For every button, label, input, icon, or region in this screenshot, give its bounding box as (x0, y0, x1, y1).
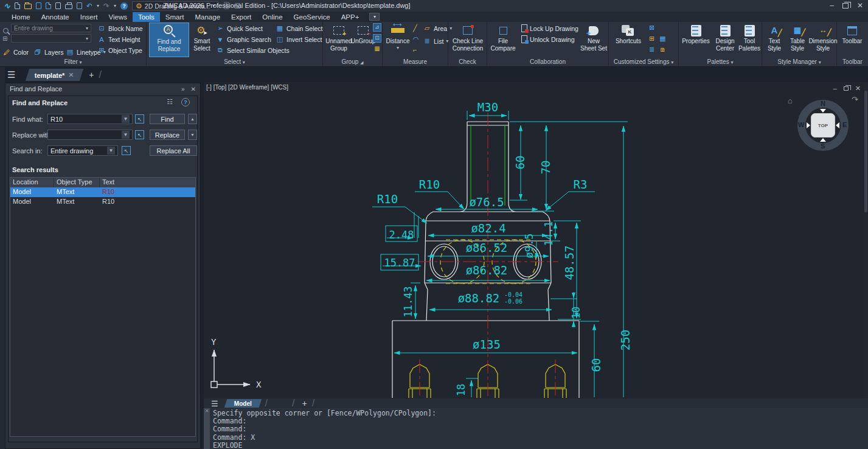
chevron-down-icon[interactable]: ▼ (122, 115, 130, 123)
table-style-button[interactable]: ▦ Table Style (786, 23, 808, 57)
new-sheet-set-button[interactable]: New Sheet Set (580, 23, 608, 57)
replace-all-button[interactable]: Replace All (150, 145, 197, 156)
help-icon[interactable]: ? (120, 2, 128, 10)
tab-online[interactable]: Online (257, 12, 288, 22)
filter-value-combo[interactable]: ▾ (11, 34, 91, 43)
model-tab[interactable]: Model (224, 399, 261, 408)
next-result-button[interactable]: ▼ (188, 130, 197, 140)
smart-select-button[interactable]: ⚙➤ Smart Select (190, 23, 214, 57)
vertical-scrollbar[interactable] (864, 82, 868, 399)
batch-settings-icon[interactable]: ☷ (167, 98, 173, 106)
check-line-connection-button[interactable]: Check Line Connection (450, 23, 486, 57)
tab-geoservice[interactable]: GeoService (288, 12, 336, 22)
table-settings-icon[interactable]: ≣ (648, 46, 656, 54)
help-circle-icon[interactable]: ? (181, 98, 190, 106)
save-as-icon[interactable] (46, 2, 51, 9)
group-edit-icon[interactable]: ⊿ (373, 23, 381, 32)
panel-label-measure[interactable]: Measure (383, 58, 448, 66)
chevron-down-icon[interactable]: ▼ (122, 131, 130, 139)
filter-color-button[interactable]: 🖉Color (2, 47, 29, 57)
palette-close-icon[interactable]: ✕ (191, 86, 196, 92)
tab-app-plus[interactable]: APP+ (336, 12, 365, 22)
toolbar-button[interactable]: Toolbar (838, 23, 866, 57)
cube-arrow-north[interactable] (820, 109, 826, 113)
unnamed-group-button[interactable]: Unnamed Group (324, 23, 353, 57)
distance-button[interactable]: Distance▾ (384, 23, 412, 57)
previous-result-button[interactable]: ▲ (188, 114, 197, 124)
cube-arrow-south[interactable] (820, 138, 826, 142)
group-select-toggle-icon[interactable]: ⊡ (373, 34, 381, 43)
barcode-icon[interactable] (659, 24, 667, 32)
panel-label-palettes[interactable]: Palettes ▾ (679, 58, 762, 66)
doc-close-icon[interactable]: ✕ (855, 85, 861, 92)
panel-label-filter[interactable]: Filter ▾ (0, 58, 146, 66)
pick-replace-object-icon[interactable]: ↖ (135, 130, 144, 139)
invert-select-button[interactable]: ◫Invert Select (276, 35, 322, 44)
new-file-icon[interactable] (15, 2, 20, 9)
cube-arrow-west[interactable] (807, 122, 810, 128)
replace-with-combo[interactable]: ▼ (47, 130, 133, 140)
view-cube-east[interactable]: E (842, 121, 847, 128)
result-row[interactable]: Model MText R10 (10, 197, 195, 207)
tab-annotate[interactable]: Annotate (36, 12, 75, 22)
rotate-view-icon[interactable]: ↷ (852, 95, 858, 104)
search-results-table[interactable]: Location Object Type Text Model MText R1… (10, 177, 196, 437)
tab-close-icon[interactable]: ✕ (69, 71, 74, 79)
replace-button[interactable]: Replace (150, 130, 185, 140)
command-close-icon[interactable]: ✕ (205, 408, 209, 414)
properties-button[interactable]: Properties (680, 23, 712, 57)
pick-find-object-icon[interactable]: ↖ (135, 114, 144, 124)
tab-views[interactable]: Views (103, 12, 133, 22)
save-icon[interactable] (36, 2, 41, 9)
filter-object-type-button[interactable]: ⊞Object Type (97, 46, 142, 55)
command-history[interactable]: Specify opposite corner or [Fence/WPolyg… (213, 409, 436, 449)
command-gutter[interactable]: ✕ (204, 408, 210, 449)
panel-label-style-manager[interactable]: Style Manager ▾ (762, 58, 836, 66)
viewport-controls-label[interactable]: [-] [Top] [2D Wireframe] [WCS] (206, 84, 288, 91)
view-cube-top-face[interactable]: TOP (811, 113, 835, 137)
chain-select-button[interactable]: ▦Chain Select (276, 24, 323, 33)
tab-manage[interactable]: Manage (190, 12, 226, 22)
redo-icon[interactable]: ↷ (103, 2, 109, 10)
measure-arc-icon[interactable]: ◠ (413, 35, 419, 43)
tab-insert[interactable]: Insert (75, 12, 103, 22)
tool-palettes-button[interactable]: Tool Palettes (737, 23, 762, 57)
shortcuts-button[interactable]: K Shortcuts (611, 23, 645, 57)
print-icon[interactable] (65, 4, 72, 9)
layout-menu-icon[interactable]: ☰ (211, 399, 218, 408)
unlock-drawing-button[interactable]: Unlock Drawing (521, 35, 575, 44)
hamburger-menu-icon[interactable]: ☰ (7, 69, 15, 80)
panel-label-select[interactable]: Select ▾ (147, 58, 322, 66)
plot-style-icon[interactable]: ⊠ (648, 24, 656, 32)
column-text[interactable]: Text (100, 178, 195, 187)
panel-label-customized-settings[interactable]: Customized Settings ▾ (609, 58, 678, 66)
panel-label-toolbar[interactable]: Toolbar (837, 58, 868, 66)
panel-label-check[interactable]: Check (448, 58, 487, 66)
copy-icon[interactable] (55, 2, 61, 9)
lock-up-drawing-button[interactable]: Lock Up Drawing (521, 24, 578, 33)
tab-smart[interactable]: Smart (160, 12, 190, 22)
find-and-replace-button[interactable]: A Find and Replace (149, 23, 189, 57)
file-compare-button[interactable]: File Compare (488, 23, 518, 57)
view-cube[interactable]: ⌂ ↷ N S W E TOP (796, 99, 850, 152)
minimize-button[interactable]: – (830, 1, 834, 10)
register-icon[interactable]: 🗈 (659, 46, 667, 54)
redo-dropdown-icon[interactable]: ▾ (114, 3, 116, 9)
auto-hide-icon[interactable]: » (181, 86, 185, 92)
document-tab-template[interactable]: template*✕ (26, 69, 83, 81)
cube-arrow-east[interactable] (836, 122, 839, 128)
tab-home[interactable]: Home (6, 12, 36, 22)
list-button[interactable]: ≣List▾ (423, 37, 448, 46)
view-cube-west[interactable]: W (798, 121, 804, 128)
filter-block-name-button[interactable]: ⊡Block Name (97, 24, 143, 33)
find-what-combo[interactable]: R10▼ (47, 114, 133, 124)
ribbon-display-toggle[interactable]: ▾ (369, 13, 380, 21)
drawing-viewport[interactable]: [-] [Top] [2D Wireframe] [WCS] – ✕ (204, 82, 868, 399)
print-preview-icon[interactable] (77, 2, 82, 9)
new-tab-button[interactable]: + (89, 70, 94, 80)
group-manager-icon[interactable]: ▦ (373, 45, 381, 54)
filter-layers-button[interactable]: 🗇Layers (33, 47, 64, 57)
text-style-button[interactable]: A Text Style (763, 23, 785, 57)
column-object-type[interactable]: Object Type (54, 178, 100, 187)
scrollbar-thumb[interactable] (864, 91, 867, 212)
